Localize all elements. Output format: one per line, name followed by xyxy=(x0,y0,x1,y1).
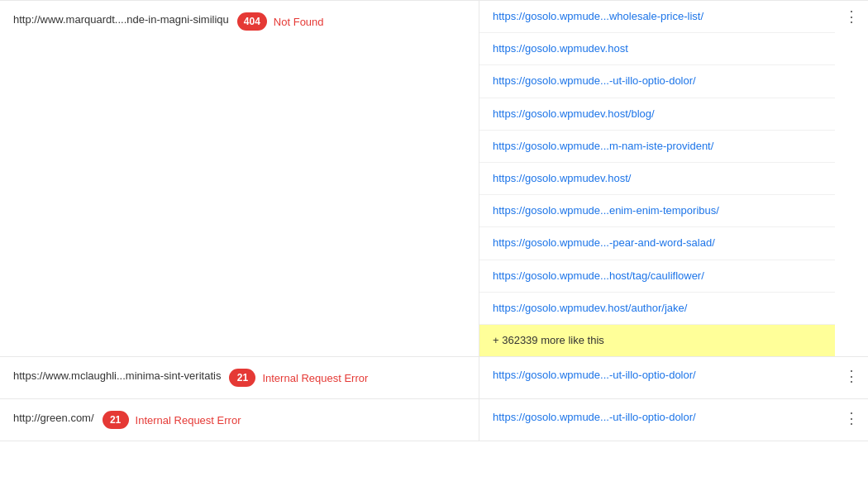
expanded-left-section: http://www.marquardt....nde-in-magni-sim… xyxy=(0,1,479,356)
link-item[interactable]: https://gosolo.wpmude...-pear-and-word-s… xyxy=(479,227,835,260)
link-item[interactable]: https://gosolo.wpmude...enim-enim-tempor… xyxy=(479,195,835,227)
status-text: Internal Request Error xyxy=(136,413,241,426)
link-item[interactable]: https://gosolo.wpmudev.host/ xyxy=(479,163,835,195)
row-actions-expanded: ⋮ xyxy=(835,1,868,356)
expanded-right-section: https://gosolo.wpmude...wholesale-price-… xyxy=(479,1,868,356)
link-item[interactable]: https://gosolo.wpmude...wholesale-price-… xyxy=(479,1,835,33)
more-options-icon[interactable]: ⋮ xyxy=(844,411,860,426)
row3-right: https://gosolo.wpmude...-ut-illo-optio-d… xyxy=(479,399,868,441)
link-item[interactable]: https://gosolo.wpmudev.host/author/jake/ xyxy=(479,293,835,325)
link-item[interactable]: https://gosolo.wpmude...-ut-illo-optio-d… xyxy=(479,65,835,98)
links-list: https://gosolo.wpmude...wholesale-price-… xyxy=(479,1,835,356)
link-item[interactable]: https://gosolo.wpmudev.host xyxy=(479,33,835,65)
more-options-icon[interactable]: ⋮ xyxy=(844,9,860,24)
status-text: Not Found xyxy=(274,15,324,28)
status-badge-21: 21 xyxy=(103,411,129,429)
row2-link[interactable]: https://gosolo.wpmude...-ut-illo-optio-d… xyxy=(479,357,835,398)
status-badge-404: 404 xyxy=(237,12,267,31)
source-url: http://www.marquardt....nde-in-magni-sim… xyxy=(13,12,229,27)
source-url: http://green.com/ xyxy=(13,411,94,426)
status-text: Internal Request Error xyxy=(262,371,368,384)
row2-actions: ⋮ xyxy=(835,357,868,398)
source-url: https://www.mclaughli...minima-sint-veri… xyxy=(13,369,221,384)
link-item[interactable]: https://gosolo.wpmudev.host/blog/ xyxy=(479,98,835,131)
table-row-3: http://green.com/ 21 Internal Request Er… xyxy=(0,399,868,441)
status-badge-21: 21 xyxy=(229,369,255,387)
more-options-icon[interactable]: ⋮ xyxy=(844,369,860,384)
table-row-2: https://www.mclaughli...minima-sint-veri… xyxy=(0,357,868,399)
row3-actions: ⋮ xyxy=(835,399,868,441)
more-links-badge[interactable]: + 362339 more like this xyxy=(479,325,835,356)
row3-left: http://green.com/ 21 Internal Request Er… xyxy=(0,399,479,441)
row2-right: https://gosolo.wpmude...-ut-illo-optio-d… xyxy=(479,357,868,398)
link-item[interactable]: https://gosolo.wpmude...host/tag/caulifl… xyxy=(479,260,835,293)
row2-left: https://www.mclaughli...minima-sint-veri… xyxy=(0,357,479,398)
table-row-expanded: http://www.marquardt....nde-in-magni-sim… xyxy=(0,0,868,357)
row3-link[interactable]: https://gosolo.wpmude...-ut-illo-optio-d… xyxy=(479,399,835,441)
link-item[interactable]: https://gosolo.wpmude...m-nam-iste-provi… xyxy=(479,131,835,163)
